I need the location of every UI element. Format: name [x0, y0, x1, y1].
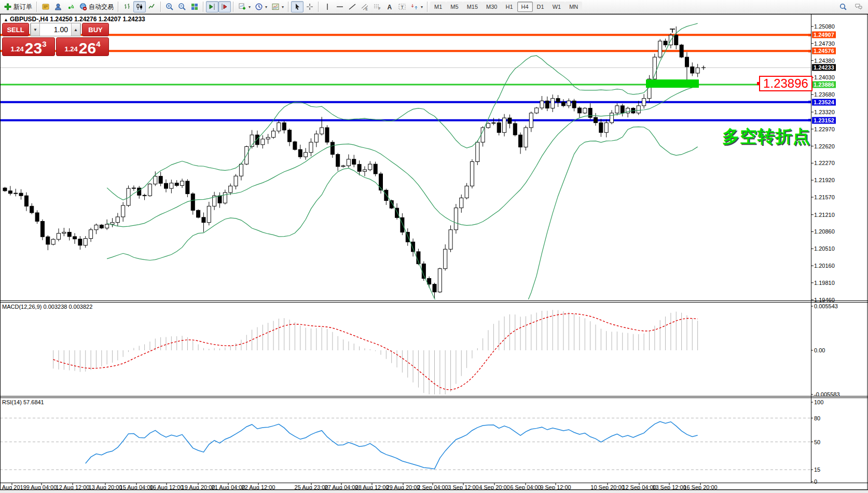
add-chart-dropdown-icon[interactable]: ▾ [249, 5, 251, 9]
new-order-icon [4, 3, 12, 11]
volume-increase-button[interactable]: ▲ [71, 23, 80, 36]
market-watch-icon [42, 3, 50, 11]
community-button[interactable] [52, 1, 64, 12]
bar-chart-icon [123, 3, 131, 11]
volume-decrease-button[interactable]: ▼ [31, 23, 40, 36]
callout-anchor-icon [757, 82, 760, 85]
chart-shift-button[interactable] [218, 1, 231, 12]
text-label-button[interactable]: T [396, 1, 408, 12]
sell-price-prefix: 1.24 [10, 45, 23, 53]
line-chart-button[interactable] [146, 1, 158, 12]
toolbar-right-icons [837, 1, 865, 12]
toolbar-separator [36, 2, 37, 12]
toolbar-separator [233, 2, 234, 12]
svg-text:F: F [379, 7, 381, 10]
volume-stepper: ▼ ▲ [30, 23, 81, 36]
toolbar-separator [118, 2, 119, 12]
svg-text:T: T [401, 5, 404, 10]
alerts-button[interactable] [64, 1, 77, 12]
new-order-label: 新订单 [13, 3, 32, 11]
price-callout-box[interactable]: 1.23896 [759, 76, 812, 91]
bollinger-bands [107, 23, 698, 325]
buy-price-prefix: 1.24 [64, 45, 77, 53]
period-clock-button[interactable]: ▾ [253, 1, 269, 12]
sell-button[interactable]: SELL [2, 23, 29, 36]
chart-annotation-text[interactable]: 多空转折点 [722, 125, 810, 148]
text-label-icon: T [398, 3, 406, 11]
rsi-pane [0, 418, 811, 470]
search-button[interactable] [837, 1, 849, 12]
timeframe-m30-button[interactable]: M30 [482, 2, 501, 12]
candle-chart-button[interactable] [133, 1, 146, 12]
horizontal-line-button[interactable] [334, 1, 346, 12]
sell-price-display[interactable]: 1.24233 [2, 37, 55, 56]
toolbar-separator [203, 2, 204, 12]
symbol-ohlc-line: ▲GBPUSD-,H4 1.24250 1.24276 1.24207 1.24… [4, 16, 145, 23]
channel-button[interactable]: E [359, 1, 371, 12]
timeframe-h4-button[interactable]: H4 [517, 2, 533, 12]
one-click-trading-panel: SELL ▼ ▲ BUY 1.24233 1.24264 [2, 23, 109, 56]
toolbar-separator [427, 2, 428, 12]
rsi-indicator-label: RSI(14) 57.6841 [2, 399, 44, 405]
arrow-tools-dropdown-icon[interactable]: ▾ [421, 5, 423, 9]
vertical-line-icon [323, 3, 332, 11]
add-chart-button[interactable]: ▾ [236, 1, 253, 12]
timeframe-w1-button[interactable]: W1 [548, 2, 566, 12]
timeframe-m15-button[interactable]: M15 [463, 2, 482, 12]
zoom-out-icon [178, 3, 186, 11]
svg-text:E: E [366, 7, 368, 11]
volume-input[interactable] [40, 23, 71, 36]
vertical-line-button[interactable] [321, 1, 334, 12]
chat-button[interactable] [852, 1, 865, 12]
buy-button[interactable]: BUY [82, 23, 109, 36]
template-chart-button[interactable]: ▾ [269, 1, 286, 12]
text-button[interactable]: A [383, 1, 396, 12]
market-watch-button[interactable] [39, 1, 52, 12]
tile-windows-icon [190, 3, 199, 11]
mt4-terminal-window: 新订单自动交易▾▾▾EFAT▾M1M5M15M30H1H4D1W1MN 1.25… [0, 0, 868, 493]
timeframe-h1-button[interactable]: H1 [501, 2, 517, 12]
toolbar-separator [160, 2, 161, 12]
timeframe-m5-button[interactable]: M5 [446, 2, 462, 12]
timeframe-d1-button[interactable]: D1 [533, 2, 548, 12]
svg-text:A: A [388, 4, 392, 11]
auto-scroll-button[interactable] [206, 1, 218, 12]
autotrading-icon [79, 3, 87, 11]
fibonacci-icon: F [373, 3, 381, 11]
cursor-button[interactable] [291, 1, 304, 12]
trend-line-button[interactable] [346, 1, 359, 12]
period-clock-dropdown-icon[interactable]: ▾ [265, 5, 267, 9]
search-icon [839, 3, 847, 11]
autotrading-label: 自动交易 [89, 3, 114, 11]
zoom-out-button[interactable] [176, 1, 188, 12]
add-chart-icon [238, 3, 246, 11]
chart-canvas[interactable] [0, 0, 868, 493]
autotrading-button[interactable]: 自动交易 [77, 1, 116, 12]
sell-price-big: 23 [25, 42, 42, 55]
buy-price-display[interactable]: 1.24264 [56, 37, 109, 56]
new-order-button[interactable]: 新订单 [2, 1, 34, 12]
arrow-tools-button[interactable]: ▾ [408, 1, 425, 12]
horizontal-line-icon [336, 3, 344, 11]
bottom-strip [0, 490, 868, 493]
template-chart-dropdown-icon[interactable]: ▾ [282, 5, 284, 9]
bar-chart-button[interactable] [121, 1, 133, 12]
sell-price-pip: 3 [42, 39, 46, 48]
symbol-name: GBPUSD-,H4 [10, 16, 48, 23]
alerts-icon [66, 3, 75, 11]
macd-indicator-label: MACD(12,26,9) 0.003238 0.003822 [2, 304, 92, 310]
symbol-ohlc-values: 1.24250 1.24276 1.24207 1.24233 [50, 16, 145, 23]
template-chart-icon [271, 3, 280, 11]
toolbar-separator [318, 2, 319, 12]
cursor-icon [293, 3, 301, 11]
timeframe-m1-button[interactable]: M1 [430, 2, 446, 12]
horizontal-level-lines [0, 35, 811, 120]
direction-up-icon: ▲ [4, 17, 8, 22]
tile-windows-button[interactable] [188, 1, 201, 12]
line-chart-icon [148, 3, 156, 11]
timeframe-mn-button[interactable]: MN [565, 2, 582, 12]
fibonacci-button[interactable]: F [371, 1, 383, 12]
crosshair-icon [306, 3, 314, 11]
zoom-in-button[interactable] [163, 1, 176, 12]
crosshair-button[interactable] [304, 1, 316, 12]
